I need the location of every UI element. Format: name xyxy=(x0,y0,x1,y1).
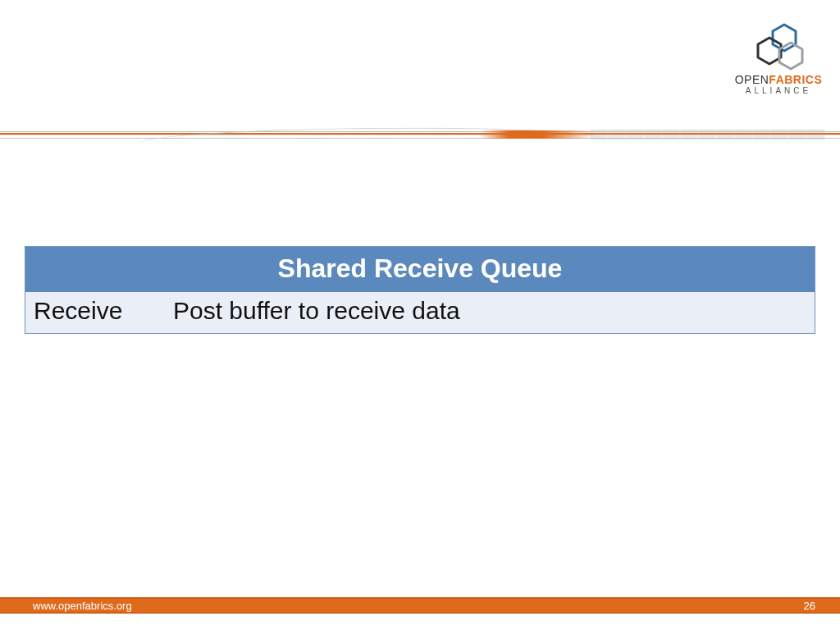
logo-wordmark: OPENFABRICS xyxy=(733,74,824,86)
footer-bar: www.openfabrics.org 26 xyxy=(0,597,840,614)
footer-url: www.openfabrics.org xyxy=(33,600,132,612)
slide-content: Shared Receive Queue Receive Post buffer… xyxy=(25,246,815,334)
cell-desc: Post buffer to receive data xyxy=(173,297,806,325)
cell-name: Receive xyxy=(34,297,173,325)
svg-marker-1 xyxy=(758,38,781,64)
header-divider xyxy=(0,125,840,144)
hex-cluster-icon xyxy=(746,23,810,71)
page-number: 26 xyxy=(804,600,815,612)
logo-open: OPEN xyxy=(735,73,769,86)
openfabrics-logo: OPENFABRICS ALLIANCE xyxy=(733,23,824,95)
table-header: Shared Receive Queue xyxy=(25,247,815,292)
table-row: Receive Post buffer to receive data xyxy=(25,292,815,333)
logo-alliance: ALLIANCE xyxy=(733,86,824,95)
table-body: Receive Post buffer to receive data xyxy=(25,292,815,333)
logo-fabrics: FABRICS xyxy=(769,73,822,86)
srq-table: Shared Receive Queue Receive Post buffer… xyxy=(25,246,815,334)
